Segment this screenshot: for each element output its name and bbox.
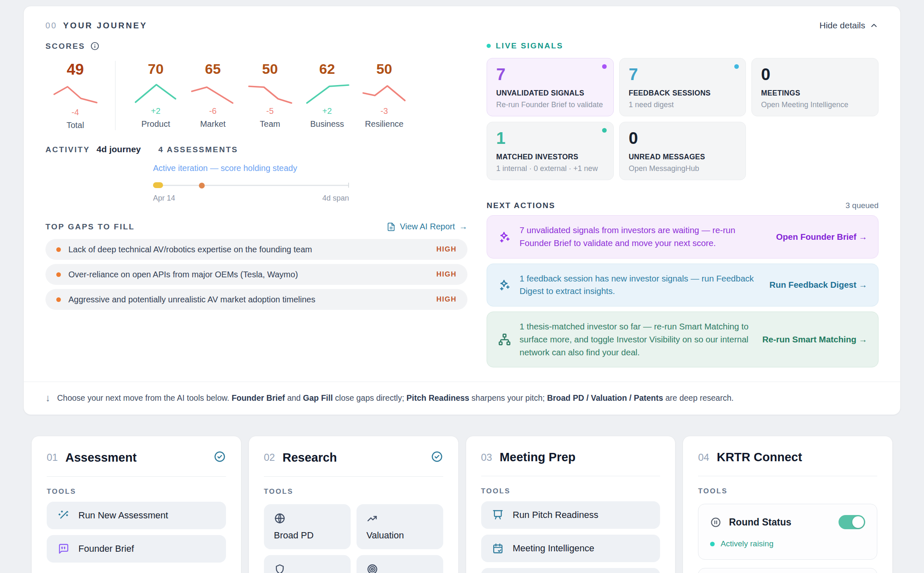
tools-section-label: TOOLS [698, 487, 877, 495]
signal-value: 1 [496, 129, 604, 148]
card-title: Assessment [65, 451, 137, 465]
signal-card-unread-messages[interactable]: 0 UNREAD MESSAGES Open MessagingHub [619, 122, 746, 180]
score-resilience: 50 -3 Resilience [356, 61, 413, 130]
activity-label: ACTIVITY [45, 145, 90, 154]
signal-card-feedback[interactable]: 7 FEEDBACK SESSIONS 1 need digest [619, 58, 746, 116]
file-text-icon [387, 222, 396, 231]
score-label: Product [141, 119, 170, 129]
timeline-line [153, 185, 349, 186]
signal-sub: Open Meeting Intelligence [761, 101, 869, 109]
gap-row[interactable]: Over-reliance on open APIs from major OE… [45, 264, 467, 285]
gap-text: Over-reliance on open APIs from major OE… [68, 270, 429, 279]
card-number: 03 [481, 452, 492, 463]
gap-severity-badge: HIGH [437, 245, 457, 254]
signals-grid: 7 UNVALIDATED SIGNALS Re-run Founder Bri… [487, 58, 879, 180]
journey-left-column: SCORES 49 -4 Total 70 +2 Product 65 [45, 41, 467, 367]
sparkline-team [246, 80, 295, 104]
sparkline-product [131, 80, 181, 104]
notification-dot-icon [734, 64, 739, 69]
gap-text: Lack of deep technical AV/robotics exper… [68, 245, 429, 254]
gap-list: Lack of deep technical AV/robotics exper… [45, 239, 467, 310]
action-founder-brief: 7 unvalidated signals from investors are… [487, 215, 879, 259]
activity-assessments: 4 ASSESSMENTS [158, 145, 238, 154]
card-krtr-connect: 04 KRTR Connect TOOLS Round Status Activ… [683, 436, 893, 573]
tool-button-label: Run Pitch Readiness [513, 510, 598, 520]
tool-cards-row: 01 Assessment TOOLS Run New Assessment F… [31, 436, 893, 573]
view-ai-report-label: View AI Report [400, 222, 455, 231]
score-label: Resilience [365, 119, 403, 129]
score-team: 50 -5 Team [241, 61, 299, 130]
score-delta: -3 [381, 106, 388, 116]
card-title: Meeting Prep [500, 450, 575, 464]
journey-number: 00 [45, 21, 57, 30]
iteration-note: Active iteration — score holding steady [153, 163, 349, 173]
toggle-knob [852, 516, 864, 528]
score-delta: +2 [322, 106, 332, 116]
timeline-assessment-marker [199, 183, 205, 188]
gap-row[interactable]: Lack of deep technical AV/robotics exper… [45, 239, 467, 260]
patents-tile[interactable]: Patents [264, 555, 351, 573]
scores-label: SCORES [45, 42, 85, 51]
action-link-label: Run Feedback Digest [769, 280, 856, 289]
sparkline-resilience [360, 80, 409, 104]
notification-dot-icon [602, 64, 607, 69]
queued-count: 3 queued [846, 201, 879, 210]
next-actions-label: NEXT ACTIONS [487, 201, 555, 210]
gap-fill-tile[interactable]: Gap Fill [357, 555, 443, 573]
tools-section-label: TOOLS [264, 488, 443, 496]
score-value: 70 [148, 61, 164, 77]
tool-button-label: Founder Brief [78, 543, 134, 554]
signal-card-meetings[interactable]: 0 MEETINGS Open Meeting Intelligence [751, 58, 879, 116]
gap-bullet-icon [56, 247, 61, 252]
score-value: 62 [319, 61, 335, 77]
card-assessment: 01 Assessment TOOLS Run New Assessment F… [31, 436, 241, 573]
journey-footer-note: ↓ Choose your next move from the AI tool… [24, 382, 900, 415]
open-founder-brief-link[interactable]: Open Founder Brief → [776, 232, 867, 242]
score-label: Total [66, 121, 84, 130]
broad-pd-tile[interactable]: Broad PD [264, 504, 351, 549]
gap-bullet-icon [56, 297, 61, 302]
signal-value: 0 [761, 65, 869, 84]
meeting-intelligence-button[interactable]: Meeting Intelligence [481, 535, 660, 562]
signal-label: FEEDBACK SESSIONS [629, 89, 737, 98]
research-tools-grid: Broad PD Valuation Patents Gap Fill [264, 504, 443, 573]
signal-card-matched-investors[interactable]: 1 MATCHED INVESTORS 1 internal · 0 exter… [487, 122, 614, 180]
info-icon[interactable] [90, 41, 100, 51]
round-status-toggle[interactable] [839, 515, 865, 529]
gap-severity-badge: HIGH [437, 295, 457, 304]
founder-brief-button[interactable]: Founder Brief [47, 535, 226, 563]
shield-icon [274, 563, 286, 573]
signal-sub: Re-run Founder Brief to validate [496, 101, 604, 109]
signal-label: MATCHED INVESTORS [496, 153, 604, 161]
valuation-tile[interactable]: Valuation [357, 504, 443, 549]
journey-right-column: LIVE SIGNALS 7 UNVALIDATED SIGNALS Re-ru… [487, 41, 879, 367]
rerun-smart-matching-link[interactable]: Re-run Smart Matching → [762, 334, 867, 344]
run-new-assessment-button[interactable]: Run New Assessment [47, 502, 226, 529]
signal-card-unvalidated[interactable]: 7 UNVALIDATED SIGNALS Re-run Founder Bri… [487, 58, 614, 116]
hide-details-button[interactable]: Hide details [819, 20, 879, 30]
sparkline-total [51, 82, 100, 105]
activity-row: ACTIVITY 4d journey 4 ASSESSMENTS [45, 144, 467, 154]
view-ai-report-link[interactable]: View AI Report → [387, 222, 467, 231]
check-circle-icon [213, 450, 226, 465]
gaps-header: TOP GAPS TO FILL View AI Report → [45, 222, 467, 231]
tools-section-label: TOOLS [481, 487, 660, 495]
round-status-text: Actively raising [710, 539, 865, 548]
score-label: Market [200, 119, 226, 129]
signal-value: 7 [629, 65, 737, 84]
live-signals-header: LIVE SIGNALS [487, 41, 879, 50]
sparkline-business [303, 80, 352, 104]
timeline-start-label: Apr 14 [153, 194, 175, 203]
feedback-intelligence-button[interactable]: Feedback Intelligence [481, 568, 660, 573]
action-feedback-digest: 1 feedback session has new investor sign… [487, 264, 879, 307]
card-number: 02 [264, 452, 275, 463]
action-link-label: Open Founder Brief [776, 232, 856, 241]
gaps-label: TOP GAPS TO FILL [45, 222, 135, 231]
gap-row[interactable]: Aggressive and potentially unrealistic A… [45, 289, 467, 310]
sparkline-market [188, 80, 238, 104]
score-value: 49 [67, 61, 84, 78]
score-value: 50 [377, 61, 392, 77]
run-feedback-digest-link[interactable]: Run Feedback Digest → [769, 280, 867, 290]
run-pitch-readiness-button[interactable]: Run Pitch Readiness [481, 501, 660, 529]
investor-visibility-tile: Investor Visibility Paused — not visible… [698, 568, 877, 573]
